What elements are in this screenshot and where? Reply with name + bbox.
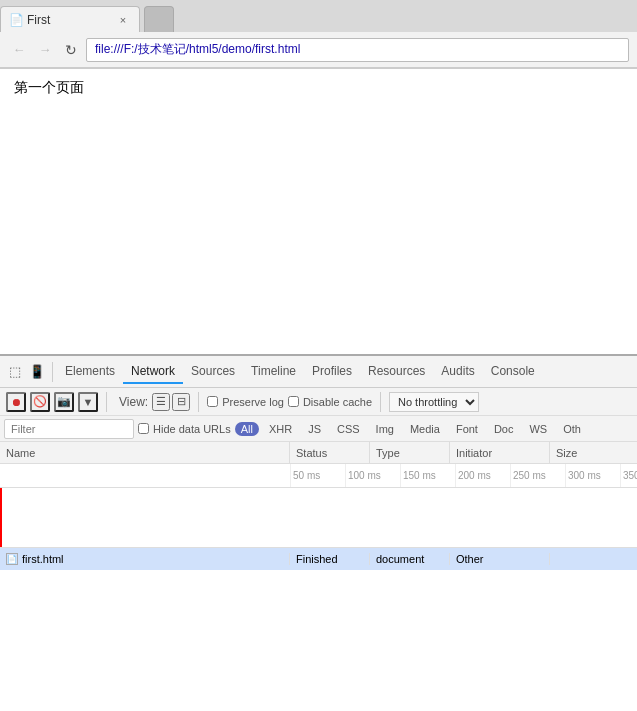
preserve-log-checkbox[interactable]: [207, 396, 218, 407]
filter-pill-css[interactable]: CSS: [331, 422, 366, 436]
row-name-text: first.html: [22, 553, 64, 565]
tab-timeline[interactable]: Timeline: [243, 360, 304, 384]
filter-input[interactable]: [4, 419, 134, 439]
ruler-350ms: 350 ms: [620, 464, 637, 487]
tab-bar: 📄 First ×: [0, 0, 637, 32]
col-header-size: Size: [550, 442, 637, 463]
col-header-status: Status: [290, 442, 370, 463]
action-separator: [106, 392, 107, 412]
tab-profiles[interactable]: Profiles: [304, 360, 360, 384]
filter-pill-js[interactable]: JS: [302, 422, 327, 436]
view-label: View:: [119, 395, 148, 409]
refresh-icon: ↻: [65, 42, 77, 58]
filter-pill-img[interactable]: Img: [370, 422, 400, 436]
filter-pill-media[interactable]: Media: [404, 422, 446, 436]
refresh-button[interactable]: ↻: [60, 39, 82, 61]
ruler-200ms: 200 ms: [455, 464, 510, 487]
new-tab[interactable]: [144, 6, 174, 32]
network-table: Name Status Type Initiator Size 50 ms 10…: [0, 442, 637, 711]
network-rows-area: 📄 first.html Finished document Other: [0, 548, 637, 711]
view-icons: ☰ ⊟: [152, 393, 190, 411]
timeline-ruler: 50 ms 100 ms 150 ms 200 ms 250 ms 300 ms…: [0, 464, 637, 488]
tab-resources[interactable]: Resources: [360, 360, 433, 384]
filter-bar: Hide data URLs All XHR JS CSS Img Media …: [0, 416, 637, 442]
row-type: document: [370, 553, 450, 565]
waterfall-redline: [0, 488, 2, 547]
url-bar[interactable]: [86, 38, 629, 62]
address-bar: ← → ↻: [0, 32, 637, 68]
hide-data-urls-label: Hide data URLs: [153, 423, 231, 435]
filter-pill-xhr[interactable]: XHR: [263, 422, 298, 436]
tab-console[interactable]: Console: [483, 360, 543, 384]
ruler-250ms: 250 ms: [510, 464, 565, 487]
table-row[interactable]: 📄 first.html Finished document Other: [0, 548, 637, 570]
devtools-device-icon[interactable]: 📱: [26, 361, 48, 383]
action-separator3: [380, 392, 381, 412]
tab-network[interactable]: Network: [123, 360, 183, 384]
action-separator2: [198, 392, 199, 412]
forward-icon: →: [39, 42, 52, 57]
col-header-initiator: Initiator: [450, 442, 550, 463]
camera-button[interactable]: 📷: [54, 392, 74, 412]
browser-chrome: 📄 First × ← → ↻: [0, 0, 637, 69]
devtools-tabs: ⬚ 📱 Elements Network Sources Timeline Pr…: [0, 356, 637, 388]
ruler-150ms: 150 ms: [400, 464, 455, 487]
tab-close-button[interactable]: ×: [115, 12, 131, 28]
row-name: 📄 first.html: [0, 553, 290, 565]
list-view-button[interactable]: ☰: [152, 393, 170, 411]
filter-pill-other[interactable]: Oth: [557, 422, 587, 436]
filter-pill-font[interactable]: Font: [450, 422, 484, 436]
tab-title: First: [27, 13, 115, 27]
devtools-action-bar: ⏺ 🚫 📷 ▼ View: ☰ ⊟ Preserve log Disable c…: [0, 388, 637, 416]
ruler-50ms: 50 ms: [290, 464, 345, 487]
back-icon: ←: [13, 42, 26, 57]
file-icon: 📄: [6, 553, 18, 565]
tab-audits[interactable]: Audits: [433, 360, 482, 384]
page-content: 第一个页面: [0, 69, 637, 354]
disable-cache-label: Disable cache: [303, 396, 372, 408]
preserve-log-label: Preserve log: [222, 396, 284, 408]
col-header-name: Name: [0, 442, 290, 463]
throttle-select[interactable]: No throttling GPRS Regular 2G: [389, 392, 479, 412]
active-tab[interactable]: 📄 First ×: [0, 6, 140, 32]
ruler-300ms: 300 ms: [565, 464, 620, 487]
filter-toggle-button[interactable]: ▼: [78, 392, 98, 412]
disable-cache-checkbox[interactable]: [288, 396, 299, 407]
filter-pill-ws[interactable]: WS: [523, 422, 553, 436]
page-heading: 第一个页面: [14, 79, 84, 95]
row-status: Finished: [290, 553, 370, 565]
record-button[interactable]: ⏺: [6, 392, 26, 412]
tab-sources[interactable]: Sources: [183, 360, 243, 384]
forward-button[interactable]: →: [34, 39, 56, 61]
row-initiator: Other: [450, 553, 550, 565]
filter-pill-all[interactable]: All: [235, 422, 259, 436]
back-button[interactable]: ←: [8, 39, 30, 61]
devtools-inspect-icon[interactable]: ⬚: [4, 361, 26, 383]
devtools-panel: ⬚ 📱 Elements Network Sources Timeline Pr…: [0, 354, 637, 711]
tab-favicon: 📄: [9, 13, 23, 27]
clear-button[interactable]: 🚫: [30, 392, 50, 412]
table-header-row: Name Status Type Initiator Size: [0, 442, 637, 464]
filter-pill-doc[interactable]: Doc: [488, 422, 520, 436]
col-header-type: Type: [370, 442, 450, 463]
hide-data-urls-checkbox[interactable]: [138, 423, 149, 434]
tab-elements[interactable]: Elements: [57, 360, 123, 384]
tab-separator: [52, 362, 53, 382]
ruler-100ms: 100 ms: [345, 464, 400, 487]
waterfall-area: [0, 488, 637, 548]
tree-view-button[interactable]: ⊟: [172, 393, 190, 411]
